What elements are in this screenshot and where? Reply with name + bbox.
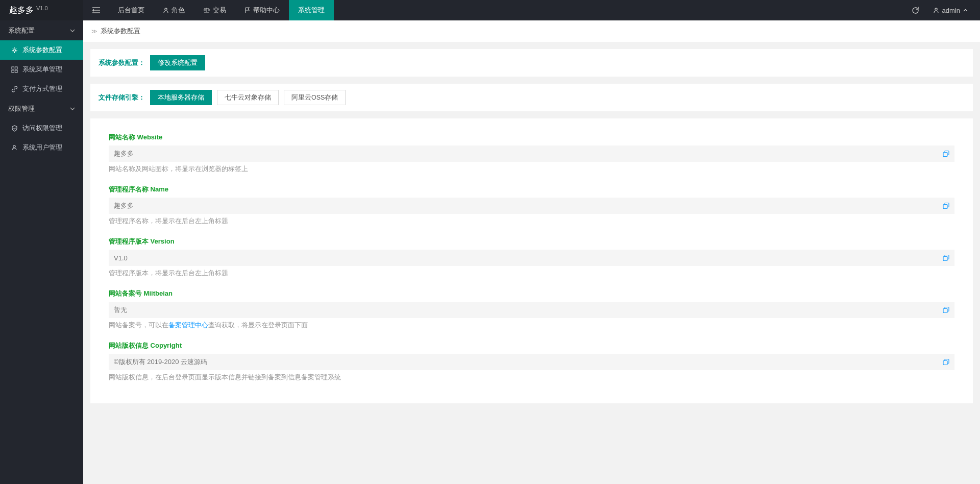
svg-rect-3 (12, 67, 14, 69)
field-label-website: 网站名称 Website (109, 133, 954, 142)
chevron-up-icon (963, 9, 968, 12)
sidebar-item-system-users[interactable]: 系统用户管理 (0, 138, 83, 157)
user-icon (11, 144, 18, 151)
field-input-name[interactable] (109, 198, 954, 214)
svg-point-2 (14, 49, 16, 51)
top-nav: 后台首页 角色 交易 帮助中心 系统管理 (109, 0, 334, 20)
field-label-version: 管理程序版本 Version (109, 237, 954, 246)
sidebar-item-menu-mgmt[interactable]: 系统菜单管理 (0, 60, 83, 79)
header-right: admin (905, 0, 980, 20)
app-name: 趣多多 (9, 5, 34, 16)
grid-icon (11, 66, 18, 73)
form-block: 网站名称 Website 网站名称及网站图标，将显示在浏览器的标签上 管理程序名… (90, 118, 973, 403)
topnav-home[interactable]: 后台首页 (109, 0, 154, 20)
field-label-name: 管理程序名称 Name (109, 185, 954, 194)
copy-icon[interactable] (943, 307, 949, 313)
form-group-copyright: 网站版权信息 Copyright 网站版权信息，在后台登录页面显示版本信息并链接… (109, 341, 954, 382)
breadcrumb-text: 系统参数配置 (101, 27, 140, 36)
breadcrumb-sep-icon: ≫ (91, 28, 97, 35)
field-hint-version: 管理程序版本，将显示在后台左上角标题 (109, 269, 954, 278)
section-system-config: 系统参数配置： 修改系统配置 (90, 49, 973, 77)
svg-point-0 (165, 8, 167, 10)
user-name: admin (942, 7, 960, 14)
section-label-config: 系统参数配置： (99, 58, 145, 67)
user-icon (163, 7, 169, 13)
refresh-icon[interactable] (905, 0, 926, 20)
storage-option-local[interactable]: 本地服务器存储 (150, 90, 212, 105)
field-input-website[interactable] (109, 146, 954, 162)
form-group-version: 管理程序版本 Version 管理程序版本，将显示在后台左上角标题 (109, 237, 954, 278)
storage-option-aliyun[interactable]: 阿里云OSS存储 (284, 90, 346, 105)
chevron-down-icon (70, 29, 75, 32)
gear-icon (11, 47, 18, 54)
svg-rect-17 (943, 361, 947, 365)
svg-rect-6 (15, 70, 18, 72)
copy-icon[interactable] (943, 359, 949, 366)
user-icon (933, 7, 939, 13)
chevron-down-icon (70, 107, 75, 110)
logo-area: 趣多多 V1.0 (0, 0, 83, 20)
app-version: V1.0 (36, 5, 48, 11)
sidebar-group-system-config[interactable]: 系统配置 (0, 20, 83, 40)
copy-icon[interactable] (943, 255, 949, 261)
scale-icon (203, 7, 210, 13)
form-group-name: 管理程序名称 Name 管理程序名称，将显示在后台左上角标题 (109, 185, 954, 226)
sidebar-item-params-config[interactable]: 系统参数配置 (0, 40, 83, 60)
svg-rect-5 (12, 70, 14, 72)
storage-option-qiniu[interactable]: 七牛云对象存储 (217, 90, 279, 105)
sidebar-item-access-perm[interactable]: 访问权限管理 (0, 118, 83, 138)
field-hint-website: 网站名称及网站图标，将显示在浏览器的标签上 (109, 165, 954, 174)
topnav-trade[interactable]: 交易 (194, 0, 235, 20)
field-label-copyright: 网站版权信息 Copyright (109, 341, 954, 350)
svg-rect-13 (943, 257, 947, 261)
svg-rect-9 (943, 153, 947, 157)
beian-link[interactable]: 备案管理中心 (168, 322, 208, 329)
field-input-miitbeian[interactable] (109, 302, 954, 318)
menu-toggle-icon[interactable] (83, 0, 109, 20)
topnav-help[interactable]: 帮助中心 (235, 0, 289, 20)
section-storage-engine: 文件存储引擎： 本地服务器存储 七牛云对象存储 阿里云OSS存储 (90, 84, 973, 111)
svg-rect-15 (943, 309, 947, 313)
field-input-version[interactable] (109, 250, 954, 266)
shield-icon (11, 125, 18, 132)
flag-icon (244, 7, 251, 13)
field-label-miitbeian: 网站备案号 Miitbeian (109, 289, 954, 298)
modify-config-button[interactable]: 修改系统配置 (150, 55, 205, 70)
sidebar: 系统配置 系统参数配置 系统菜单管理 支付方式管理 权限管理 访问权限管理 系统… (0, 20, 83, 414)
topnav-role[interactable]: 角色 (154, 0, 194, 20)
svg-point-1 (935, 8, 937, 10)
main-content: ≫ 系统参数配置 系统参数配置： 修改系统配置 文件存储引擎： 本地服务器存储 … (83, 20, 980, 414)
section-label-storage: 文件存储引擎： (99, 93, 145, 102)
form-group-miitbeian: 网站备案号 Miitbeian 网站备案号，可以在备案管理中心查询获取，将显示在… (109, 289, 954, 330)
topnav-system[interactable]: 系统管理 (289, 0, 334, 20)
top-header: 趣多多 V1.0 后台首页 角色 交易 帮助中心 系统管理 admin (0, 0, 980, 20)
user-dropdown[interactable]: admin (926, 0, 975, 20)
svg-rect-4 (15, 67, 18, 69)
copy-icon[interactable] (943, 151, 949, 157)
svg-rect-11 (943, 205, 947, 209)
sidebar-group-permission[interactable]: 权限管理 (0, 99, 83, 118)
field-hint-copyright: 网站版权信息，在后台登录页面显示版本信息并链接到备案到信息备案管理系统 (109, 373, 954, 382)
breadcrumb: ≫ 系统参数配置 (83, 20, 980, 42)
sidebar-item-payment-mgmt[interactable]: 支付方式管理 (0, 79, 83, 99)
form-group-website: 网站名称 Website 网站名称及网站图标，将显示在浏览器的标签上 (109, 133, 954, 174)
copy-icon[interactable] (943, 203, 949, 209)
field-hint-miitbeian: 网站备案号，可以在备案管理中心查询获取，将显示在登录页面下面 (109, 321, 954, 330)
field-input-copyright[interactable] (109, 354, 954, 370)
link-icon (11, 86, 18, 92)
svg-point-7 (13, 146, 15, 148)
field-hint-name: 管理程序名称，将显示在后台左上角标题 (109, 217, 954, 226)
